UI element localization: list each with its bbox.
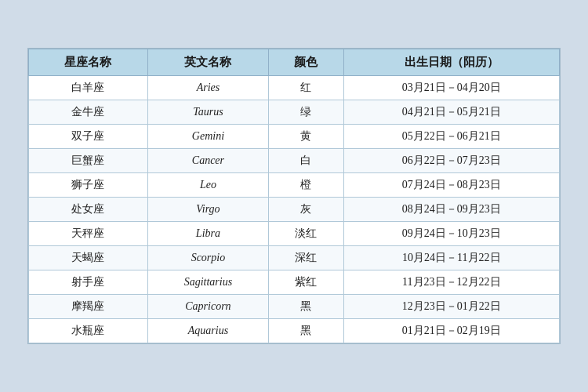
cell-r10-c0: 水瓶座 <box>29 319 148 343</box>
cell-r8-c3: 11月23日－12月22日 <box>343 270 559 295</box>
cell-r1-c1: Taurus <box>147 100 268 125</box>
table-row: 金牛座Taurus绿04月21日－05月21日 <box>29 100 560 125</box>
table-row: 处女座Virgo灰08月24日－09月23日 <box>29 198 560 222</box>
table-row: 白羊座Aries红03月21日－04月20日 <box>29 76 560 100</box>
cell-r2-c3: 05月22日－06月21日 <box>343 125 559 149</box>
col-header-birthdate: 出生日期（阳历） <box>343 49 559 76</box>
cell-r0-c2: 红 <box>269 76 344 100</box>
cell-r9-c2: 黑 <box>269 295 344 319</box>
cell-r4-c3: 07月24日－08月23日 <box>343 173 559 198</box>
cell-r9-c1: Capricorn <box>147 295 268 319</box>
table-row: 双子座Gemini黄05月22日－06月21日 <box>29 125 560 149</box>
cell-r3-c3: 06月22日－07月23日 <box>343 149 559 173</box>
col-header-color: 颜色 <box>269 49 344 76</box>
table-row: 狮子座Leo橙07月24日－08月23日 <box>29 173 560 198</box>
cell-r7-c1: Scorpio <box>147 246 268 270</box>
cell-r7-c2: 深红 <box>269 246 344 270</box>
cell-r2-c2: 黄 <box>269 125 344 149</box>
cell-r8-c1: Sagittarius <box>147 270 268 295</box>
cell-r9-c3: 12月23日－01月22日 <box>343 295 559 319</box>
cell-r6-c0: 天秤座 <box>29 222 148 246</box>
col-header-chinese-name: 星座名称 <box>29 49 148 76</box>
cell-r5-c0: 处女座 <box>29 198 148 222</box>
cell-r6-c2: 淡红 <box>269 222 344 246</box>
cell-r5-c1: Virgo <box>147 198 268 222</box>
cell-r5-c3: 08月24日－09月23日 <box>343 198 559 222</box>
table-row: 摩羯座Capricorn黑12月23日－01月22日 <box>29 295 560 319</box>
cell-r7-c0: 天蝎座 <box>29 246 148 270</box>
col-header-english-name: 英文名称 <box>147 49 268 76</box>
cell-r1-c0: 金牛座 <box>29 100 148 125</box>
cell-r2-c0: 双子座 <box>29 125 148 149</box>
table-row: 天蝎座Scorpio深红10月24日－11月22日 <box>29 246 560 270</box>
cell-r6-c3: 09月24日－10月23日 <box>343 222 559 246</box>
cell-r8-c2: 紫红 <box>269 270 344 295</box>
table-row: 巨蟹座Cancer白06月22日－07月23日 <box>29 149 560 173</box>
cell-r0-c0: 白羊座 <box>29 76 148 100</box>
cell-r3-c1: Cancer <box>147 149 268 173</box>
table-row: 天秤座Libra淡红09月24日－10月23日 <box>29 222 560 246</box>
cell-r10-c2: 黑 <box>269 319 344 343</box>
cell-r2-c1: Gemini <box>147 125 268 149</box>
cell-r5-c2: 灰 <box>269 198 344 222</box>
table-row: 水瓶座Aquarius黑01月21日－02月19日 <box>29 319 560 343</box>
cell-r4-c2: 橙 <box>269 173 344 198</box>
cell-r3-c0: 巨蟹座 <box>29 149 148 173</box>
table-header-row: 星座名称 英文名称 颜色 出生日期（阳历） <box>29 49 560 76</box>
cell-r9-c0: 摩羯座 <box>29 295 148 319</box>
table-body: 白羊座Aries红03月21日－04月20日金牛座Taurus绿04月21日－0… <box>29 76 560 343</box>
cell-r3-c2: 白 <box>269 149 344 173</box>
cell-r8-c0: 射手座 <box>29 270 148 295</box>
zodiac-table-container: 星座名称 英文名称 颜色 出生日期（阳历） 白羊座Aries红03月21日－04… <box>27 48 561 344</box>
cell-r7-c3: 10月24日－11月22日 <box>343 246 559 270</box>
cell-r6-c1: Libra <box>147 222 268 246</box>
cell-r4-c0: 狮子座 <box>29 173 148 198</box>
cell-r0-c1: Aries <box>147 76 268 100</box>
cell-r4-c1: Leo <box>147 173 268 198</box>
zodiac-table: 星座名称 英文名称 颜色 出生日期（阳历） 白羊座Aries红03月21日－04… <box>28 49 560 343</box>
cell-r1-c3: 04月21日－05月21日 <box>343 100 559 125</box>
cell-r0-c3: 03月21日－04月20日 <box>343 76 559 100</box>
cell-r1-c2: 绿 <box>269 100 344 125</box>
table-row: 射手座Sagittarius紫红11月23日－12月22日 <box>29 270 560 295</box>
cell-r10-c1: Aquarius <box>147 319 268 343</box>
cell-r10-c3: 01月21日－02月19日 <box>343 319 559 343</box>
